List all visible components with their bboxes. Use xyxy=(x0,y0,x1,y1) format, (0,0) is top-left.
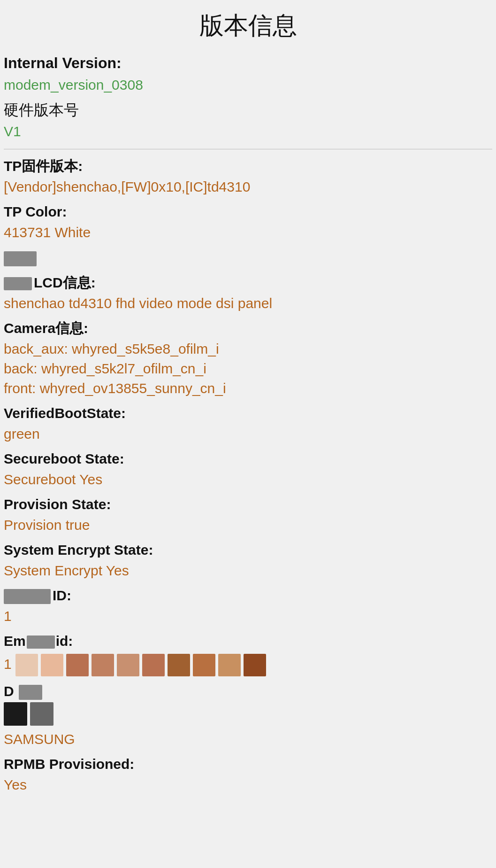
page-container: 版本信息 Internal Version: modem_version_030… xyxy=(0,0,496,819)
swatch-1 xyxy=(15,654,38,676)
tp-color-value: 413731 White xyxy=(4,223,492,242)
internal-version-value: modem_version_0308 xyxy=(4,75,492,95)
divider-1 xyxy=(4,149,492,149)
dram-blur xyxy=(19,685,42,700)
section-board-id: ID: 1 xyxy=(4,586,492,626)
rpmb-label: RPMB Provisioned: xyxy=(4,755,492,773)
swatch-7 xyxy=(168,654,190,676)
camera-line-2: back: whyred_s5k2l7_ofilm_cn_i xyxy=(4,359,492,379)
swatch-9 xyxy=(218,654,241,676)
provision-state-value: Provision true xyxy=(4,515,492,535)
dram-label: D xyxy=(4,682,492,700)
dram-swatch-2 xyxy=(30,702,53,726)
swatch-row-2 xyxy=(66,654,165,676)
section-rpmb: RPMB Provisioned: Yes xyxy=(4,755,492,795)
system-encrypt-label: System Encrypt State: xyxy=(4,541,492,559)
swatch-8 xyxy=(193,654,215,676)
verified-boot-value: green xyxy=(4,424,492,444)
swatch-6 xyxy=(142,654,165,676)
emmc-id-blur xyxy=(27,636,55,649)
dram-swatch-row xyxy=(4,702,492,726)
lcd-blur-1 xyxy=(4,251,37,266)
camera-info-label: Camera信息: xyxy=(4,319,492,337)
emmc-id-value: 1 xyxy=(4,654,12,674)
swatch-2 xyxy=(41,654,63,676)
section-internal-version: Internal Version: modem_version_0308 xyxy=(4,54,492,95)
section-hardware-version: 硬件版本号 V1 xyxy=(4,101,492,142)
dram-value: SAMSUNG xyxy=(4,729,492,749)
section-system-encrypt: System Encrypt State: System Encrypt Yes xyxy=(4,541,492,581)
system-encrypt-value: System Encrypt Yes xyxy=(4,561,492,581)
section-lcd-info: LCD信息: shenchao td4310 fhd video mode ds… xyxy=(4,248,492,313)
swatch-4 xyxy=(92,654,114,676)
swatch-10 xyxy=(244,654,266,676)
board-id-label: ID: xyxy=(4,586,492,604)
verified-boot-label: VerifiedBootState: xyxy=(4,404,492,422)
section-provision-state: Provision State: Provision true xyxy=(4,495,492,535)
internal-version-label: Internal Version: xyxy=(4,54,492,73)
secureboot-label: Secureboot State: xyxy=(4,450,492,468)
section-secureboot: Secureboot State: Secureboot Yes xyxy=(4,450,492,489)
section-dram: D SAMSUNG xyxy=(4,682,492,749)
section-tp-color: TP Color: 413731 White xyxy=(4,202,492,242)
board-id-value: 1 xyxy=(4,606,492,626)
camera-line-1: back_aux: whyred_s5k5e8_ofilm_i xyxy=(4,339,492,359)
lcd-info-label-2: LCD信息: xyxy=(4,273,492,292)
tp-firmware-value: [Vendor]shenchao,[FW]0x10,[IC]td4310 xyxy=(4,177,492,197)
tp-color-label: TP Color: xyxy=(4,202,492,221)
swatch-row-4 xyxy=(244,654,266,676)
rpmb-value: Yes xyxy=(4,775,492,795)
swatch-3 xyxy=(66,654,89,676)
emmc-id-label: Emid: xyxy=(4,632,492,650)
lcd-info-label xyxy=(4,248,492,268)
lcd-blur-2 xyxy=(4,277,32,290)
board-id-blur xyxy=(4,589,51,604)
emmc-id-row: 1 xyxy=(4,652,492,676)
swatch-row-1 xyxy=(15,654,63,676)
section-tp-firmware: TP固件版本: [Vendor]shenchao,[FW]0x10,[IC]td… xyxy=(4,157,492,197)
section-emmc-id: Emid: 1 xyxy=(4,632,492,676)
section-verified-boot: VerifiedBootState: green xyxy=(4,404,492,444)
page-title: 版本信息 xyxy=(4,9,492,42)
section-camera-info: Camera信息: back_aux: whyred_s5k5e8_ofilm_… xyxy=(4,319,492,398)
lcd-info-value: shenchao td4310 fhd video mode dsi panel xyxy=(4,294,492,313)
swatch-row-3 xyxy=(168,654,241,676)
camera-line-3: front: whyred_ov13855_sunny_cn_i xyxy=(4,379,492,398)
swatch-5 xyxy=(117,654,139,676)
hardware-version-label: 硬件版本号 xyxy=(4,101,492,120)
dram-swatch-1 xyxy=(4,702,27,726)
secureboot-value: Secureboot Yes xyxy=(4,470,492,489)
tp-firmware-label: TP固件版本: xyxy=(4,157,492,175)
emmc-swatches xyxy=(15,654,266,676)
hardware-version-value: V1 xyxy=(4,122,492,141)
provision-state-label: Provision State: xyxy=(4,495,492,513)
